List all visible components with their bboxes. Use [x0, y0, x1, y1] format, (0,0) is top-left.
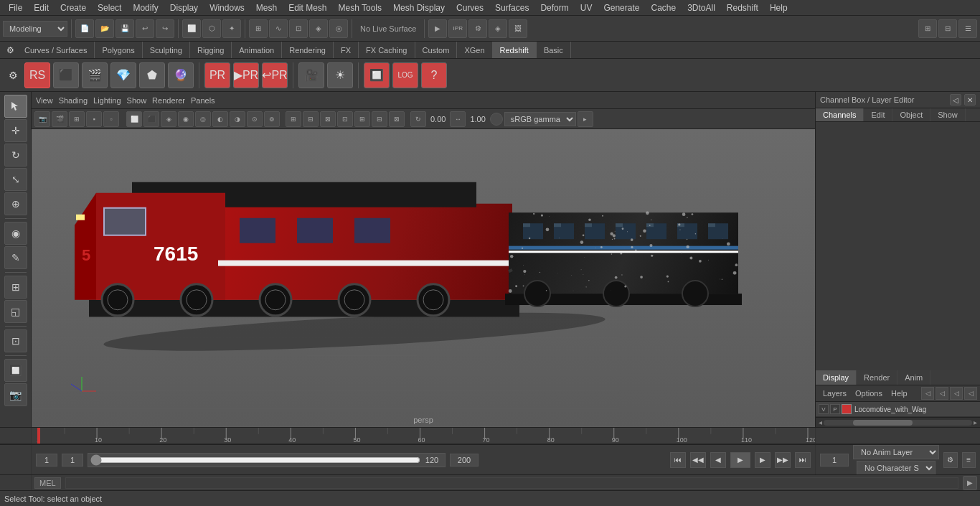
rs-icon-4[interactable]: 💎	[110, 62, 136, 88]
snap-point-icon[interactable]: ⊡	[289, 19, 308, 38]
new-file-icon[interactable]: 📄	[75, 19, 94, 38]
shelf-tab-rigging[interactable]: Rigging	[190, 42, 232, 58]
mel-run-icon[interactable]: ▶	[963, 476, 977, 490]
rs-icon-7[interactable]: PR	[204, 62, 230, 88]
menu-cache[interactable]: Cache	[645, 1, 682, 14]
shelf-tab-rendering[interactable]: Rendering	[282, 42, 334, 58]
cb-close-btn[interactable]: ✕	[964, 94, 976, 106]
vp-icon-show5[interactable]: ⊞	[354, 111, 370, 127]
menu-windows[interactable]: Windows	[204, 1, 250, 14]
menu-edit[interactable]: Edit	[28, 1, 55, 14]
save-file-icon[interactable]: 💾	[116, 19, 134, 38]
menu-select[interactable]: Select	[92, 1, 127, 14]
menu-mesh[interactable]: Mesh	[250, 1, 283, 14]
snap-curve-icon[interactable]: ∿	[269, 19, 288, 38]
vp-icon-shading6[interactable]: ◐	[212, 111, 228, 127]
prev-frame-btn[interactable]: ◀	[710, 452, 726, 468]
paint-tool-btn[interactable]: ✎	[4, 246, 27, 269]
vp-menu-shading[interactable]: Shading	[59, 96, 88, 105]
rs-icon-8[interactable]: ▶PR	[233, 62, 259, 88]
snap-live-icon[interactable]: ◎	[329, 19, 348, 38]
display-tab-display[interactable]: Display	[816, 370, 857, 385]
vp-menu-lighting[interactable]: Lighting	[93, 96, 121, 105]
rs-icon-9[interactable]: ↩PR	[262, 62, 288, 88]
layer-color-swatch[interactable]	[842, 404, 852, 414]
cb-tab-object[interactable]: Object	[892, 108, 930, 121]
render-region-btn[interactable]: 🔲	[4, 359, 27, 382]
scroll-thumb[interactable]	[853, 420, 913, 426]
snap-btn[interactable]: ⊡	[4, 329, 27, 352]
rotate-tool-btn[interactable]: ↻	[4, 144, 27, 167]
ui-elements-icon[interactable]: ☰	[958, 19, 977, 38]
vp-icon-rot[interactable]: ↻	[410, 111, 426, 127]
transport-frame-display[interactable]	[820, 454, 849, 467]
lasso-mode-icon[interactable]: ⬡	[202, 19, 221, 38]
char-set-select[interactable]: No Character Set	[857, 461, 936, 475]
isolation-btn[interactable]: ◱	[4, 300, 27, 323]
vp-icon-show6[interactable]: ⊟	[372, 111, 387, 127]
vp-menu-renderer[interactable]: Renderer	[152, 96, 185, 105]
cb-tab-edit[interactable]: Edit	[864, 108, 892, 121]
shelf-tab-basic[interactable]: Basic	[537, 42, 571, 58]
select-mode-icon[interactable]: ⬜	[182, 19, 201, 38]
vp-icon-display2[interactable]: ▫	[103, 111, 119, 127]
rs-icon-3[interactable]: 🎬	[82, 62, 108, 88]
render-icon[interactable]: ▶	[428, 19, 447, 38]
rs-icon-14[interactable]: ?	[421, 62, 447, 88]
vp-icon-show7[interactable]: ⊠	[389, 111, 405, 127]
menu-mesh-display[interactable]: Mesh Display	[387, 1, 451, 14]
layer-remove-icon[interactable]: ◁	[964, 387, 977, 400]
vp-menu-show[interactable]: Show	[127, 96, 147, 105]
vp-icon-shading8[interactable]: ⊙	[247, 111, 263, 127]
shelf-icon-settings[interactable]: ⚙	[4, 67, 22, 84]
vp-menu-panels[interactable]: Panels	[191, 96, 215, 105]
vp-icon-film[interactable]: 🎬	[52, 111, 67, 127]
display-tab-render[interactable]: Render	[857, 370, 897, 385]
vp-icon-shading7[interactable]: ◑	[230, 111, 245, 127]
vp-icon-show2[interactable]: ⊟	[303, 111, 319, 127]
select-tool-btn[interactable]	[4, 95, 27, 118]
shelf-tab-animation[interactable]: Animation	[232, 42, 282, 58]
menu-modify[interactable]: Modify	[127, 1, 164, 14]
cb-tab-show[interactable]: Show	[930, 108, 966, 121]
shelf-tab-custom[interactable]: Custom	[415, 42, 458, 58]
scale-tool-btn[interactable]: ⤡	[4, 168, 27, 191]
layer-playback-btn[interactable]: P	[830, 404, 840, 414]
viewport-canvas[interactable]: persp	[32, 129, 815, 427]
layout-icon[interactable]: ⊟	[938, 19, 957, 38]
vp-icon-shading5[interactable]: ◎	[195, 111, 211, 127]
scroll-right-arrow[interactable]: ▸	[972, 418, 979, 426]
vp-icon-show1[interactable]: ⊞	[286, 111, 301, 127]
menu-mesh-tools[interactable]: Mesh Tools	[333, 1, 387, 14]
layer-new-icon[interactable]: ◁	[921, 387, 934, 400]
rs-icon-1[interactable]: RS	[24, 62, 50, 88]
snap-surface-icon[interactable]: ◈	[309, 19, 328, 38]
layers-menu-layers[interactable]: Layers	[819, 389, 851, 398]
go-start-btn[interactable]: ⏮	[670, 452, 686, 468]
vp-icon-grid[interactable]: ⊞	[69, 111, 85, 127]
frame-end-input[interactable]	[421, 454, 443, 466]
frame-current-input[interactable]	[62, 454, 83, 467]
key-filter-btn[interactable]: ≡	[962, 452, 976, 468]
scroll-track[interactable]	[824, 420, 972, 426]
cb-collapse-btn[interactable]: ◁	[950, 94, 961, 106]
menu-3dtall[interactable]: 3DtoAll	[682, 1, 721, 14]
layer-delete-icon[interactable]: ◁	[936, 387, 948, 400]
train-scene-canvas[interactable]	[32, 129, 815, 427]
rs-icon-13[interactable]: LOG	[392, 62, 418, 88]
vp-icon-shading3[interactable]: ◈	[161, 111, 176, 127]
vp-icon-camera[interactable]: 📷	[34, 111, 50, 127]
anim-settings-btn[interactable]: ⚙	[943, 452, 958, 468]
menu-edit-mesh[interactable]: Edit Mesh	[283, 1, 332, 14]
menu-surfaces[interactable]: Surfaces	[489, 1, 534, 14]
right-panel-scrollbar[interactable]: ◂ ▸	[816, 417, 980, 427]
shelf-tab-xgen[interactable]: XGen	[457, 42, 492, 58]
vp-icon-shading9[interactable]: ⊚	[264, 111, 280, 127]
vp-icon-display1[interactable]: ▪	[86, 111, 102, 127]
shelf-tab-fxcaching[interactable]: FX Caching	[359, 42, 415, 58]
vp-icon-color-mgmt[interactable]	[490, 113, 503, 126]
rs-icon-12[interactable]: 🔲	[364, 62, 390, 88]
open-file-icon[interactable]: 📂	[95, 19, 114, 38]
vp-icon-shading2[interactable]: ⬛	[143, 111, 159, 127]
mel-input[interactable]	[65, 477, 958, 489]
